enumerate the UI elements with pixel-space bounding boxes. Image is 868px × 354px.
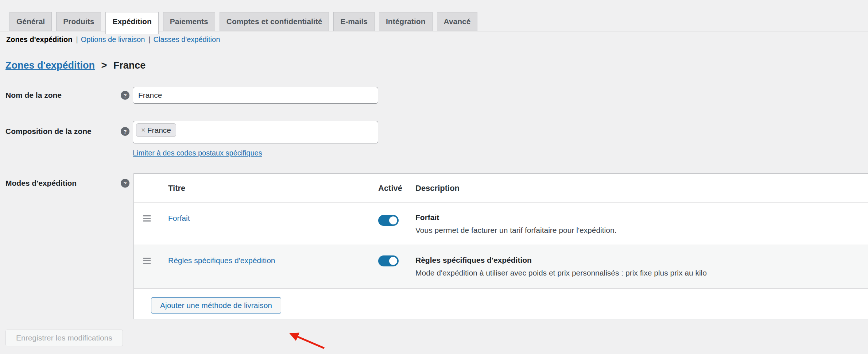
method-link-regles-specifiques[interactable]: Règles spécifiques d'expédition [168,256,275,265]
subnav-separator: | [76,35,78,44]
tab-expedition[interactable]: Expédition [105,12,158,34]
zone-regions-label: Composition de la zone [5,127,92,136]
subnav-options-livraison[interactable]: Options de livraison [81,35,145,44]
tab-general[interactable]: Général [9,12,52,31]
red-arrow-annotation-icon [282,328,331,353]
method-link-forfait[interactable]: Forfait [168,214,190,222]
enabled-toggle-regles-specifiques[interactable] [378,255,399,266]
help-icon[interactable]: ? [121,179,129,188]
table-header-row: Titre Activé Description [134,174,868,203]
breadcrumb: Zones d'expédition > France [5,60,146,71]
subnav-zones-expedition[interactable]: Zones d'expédition [6,35,72,44]
zone-name-input[interactable] [133,87,378,104]
zone-regions-select[interactable]: × France [133,121,378,143]
tab-avance[interactable]: Avancé [437,12,478,31]
settings-tabs: Général Produits Expédition Paiements Co… [9,12,477,34]
zone-name-label: Nom de la zone [5,91,62,100]
method-desc-text: Vous permet de facturer un tarif forfait… [415,226,854,235]
table-footer-row: Ajouter une méthode de livraison [134,288,868,318]
enabled-toggle-forfait[interactable] [378,215,399,226]
drag-handle-icon[interactable] [143,258,151,264]
help-icon[interactable]: ? [121,127,129,136]
shipping-methods-label: Modes d'expédition [5,179,77,188]
limit-postcodes-link[interactable]: Limiter à des codes postaux spécifiques [133,149,262,157]
breadcrumb-zones-link[interactable]: Zones d'expédition [5,60,95,71]
remove-region-icon[interactable]: × [141,126,146,134]
method-desc-title: Règles spécifiques d'expédition [415,256,854,265]
toggle-knob [389,257,397,265]
breadcrumb-current-zone: France [113,60,146,71]
breadcrumb-separator: > [101,60,107,71]
add-shipping-method-button[interactable]: Ajouter une méthode de livraison [151,297,281,313]
tab-emails[interactable]: E-mails [333,12,375,31]
toggle-knob [389,216,397,224]
subnav-separator: | [148,35,150,44]
column-header-title: Titre [168,184,378,193]
region-tag-label: France [147,126,171,135]
drag-handle-icon[interactable] [143,215,151,222]
subnav-classes-expedition[interactable]: Classes d'expédition [154,35,220,44]
tab-produits[interactable]: Produits [56,12,101,31]
method-desc-text: Mode d'expédition à utiliser avec poids … [415,269,854,277]
woocommerce-settings-shipping-page: Général Produits Expédition Paiements Co… [0,0,868,354]
shipping-subnav: Zones d'expédition | Options de livraiso… [6,35,220,44]
method-desc-title: Forfait [415,213,854,222]
save-changes-button[interactable]: Enregistrer les modifications [5,330,123,346]
help-icon[interactable]: ? [121,91,129,100]
region-tag-france: × France [136,123,176,137]
column-header-enabled: Activé [378,184,415,193]
tab-comptes-confidentialite[interactable]: Comptes et confidentialité [220,12,329,31]
table-row-forfait: Forfait Forfait Vous permet de facturer … [134,203,868,245]
tab-paiements[interactable]: Paiements [163,12,215,31]
tab-integration[interactable]: Intégration [379,12,433,31]
table-row-regles-specifiques: Règles spécifiques d'expédition Règles s… [134,245,868,288]
shipping-methods-table: Titre Activé Description Forfait Forfait… [133,173,868,319]
column-header-description: Description [415,184,868,193]
